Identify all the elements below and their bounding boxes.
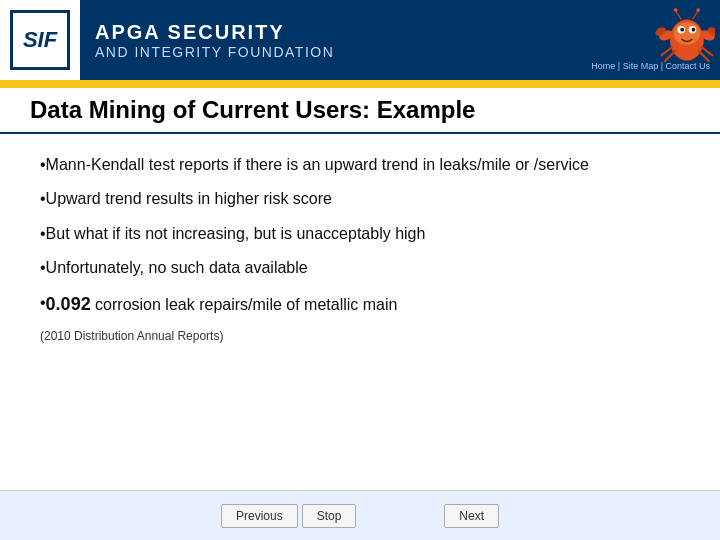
svg-point-17	[696, 8, 700, 12]
bullet-text-5: 0.092 corrosion leak repairs/mile of met…	[46, 292, 398, 317]
next-button[interactable]: Next	[444, 504, 499, 528]
bullet-text-1: Mann-Kendall test reports if there is an…	[46, 154, 589, 176]
header-title-line2: AND INTEGRITY FOUNDATION	[95, 44, 545, 60]
slide-title: Data Mining of Current Users: Example	[30, 96, 690, 124]
previous-button[interactable]: Previous	[221, 504, 298, 528]
svg-point-4	[680, 28, 684, 32]
header: SIF APGA SECURITY AND INTEGRITY FOUNDATI…	[0, 0, 720, 80]
list-item: • Upward trend results in higher risk sc…	[40, 188, 680, 210]
bullet-text-3: But what if its not increasing, but is u…	[46, 223, 426, 245]
list-item: • But what if its not increasing, but is…	[40, 223, 680, 245]
bullet-text-4: Unfortunately, no such data available	[46, 257, 308, 279]
list-item: • Unfortunately, no such data available	[40, 257, 680, 279]
svg-point-5	[692, 28, 696, 32]
logo-text: SIF	[23, 27, 57, 53]
list-item: • Mann-Kendall test reports if there is …	[40, 154, 680, 176]
slide-container: SIF APGA SECURITY AND INTEGRITY FOUNDATI…	[0, 0, 720, 540]
stop-button[interactable]: Stop	[302, 504, 357, 528]
bullet-text-2: Upward trend results in higher risk scor…	[46, 188, 332, 210]
logo-area: SIF	[0, 0, 80, 80]
list-item: • 0.092 corrosion leak repairs/mile of m…	[40, 292, 680, 317]
svg-line-15	[693, 11, 699, 19]
header-right: Home | Site Map | Contact Us	[560, 0, 720, 80]
footer: Previous Stop Next	[0, 490, 720, 540]
bullet-list: • Mann-Kendall test reports if there is …	[40, 154, 680, 317]
bullet-5-text: corrosion leak repairs/mile of metallic …	[95, 296, 397, 313]
header-text: APGA SECURITY AND INTEGRITY FOUNDATION	[80, 0, 560, 80]
yellow-bar	[0, 80, 720, 88]
source-note: (2010 Distribution Annual Reports)	[40, 329, 680, 343]
mascot-icon	[640, 5, 715, 75]
title-section: Data Mining of Current Users: Example	[0, 88, 720, 134]
header-title-line1: APGA SECURITY	[95, 21, 545, 44]
logo-box: SIF	[10, 10, 70, 70]
svg-point-16	[674, 8, 678, 12]
bullet-5-bold: 0.092	[46, 294, 91, 314]
content-area: • Mann-Kendall test reports if there is …	[0, 134, 720, 490]
svg-line-14	[676, 11, 682, 19]
nav-buttons: Previous Stop Next	[221, 504, 499, 528]
